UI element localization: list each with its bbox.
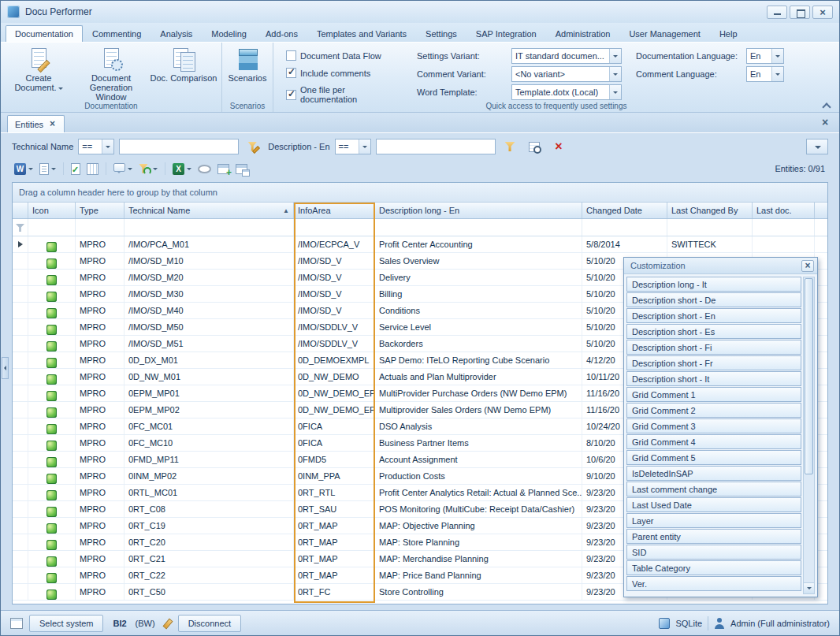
group-by-area[interactable]: Drag a column header here to group by th… [13,183,827,203]
system-list-icon[interactable] [10,618,23,629]
menu-tab[interactable]: Analysis [151,25,202,42]
left-panel-splitter[interactable] [2,357,9,379]
table-window-button[interactable] [233,160,250,177]
checkbox[interactable] [286,90,296,100]
checkbox[interactable] [286,50,296,61]
description-operator-select[interactable]: == [335,139,371,154]
customization-item[interactable]: Grid Comment 3 [626,418,801,433]
chevron-down-icon[interactable] [359,139,370,154]
word-template-select[interactable]: Template.dotx (Local) [511,84,622,100]
header-icon[interactable]: Icon [28,203,76,218]
menu-tab[interactable]: Help [710,25,747,42]
filter-cell-last-changed-by[interactable] [667,219,753,236]
export-excel-button[interactable] [170,160,194,177]
filter-cell-infoarea[interactable] [294,219,375,236]
chevron-down-icon[interactable] [609,85,621,99]
customization-scrollbar[interactable] [803,277,815,594]
customization-item[interactable]: Description short - Fi [626,340,801,355]
settings-variant-select[interactable]: IT standard documen... [511,48,622,64]
customization-item[interactable]: Last Used Date [626,497,801,512]
filter-cell-description[interactable] [375,219,582,236]
header-type[interactable]: Type [76,203,125,218]
menu-tab[interactable]: Modeling [202,25,256,42]
customization-item[interactable]: Description short - Es [626,324,801,339]
chevron-down-icon[interactable] [771,49,783,63]
technical-name-filter-input[interactable] [119,139,239,154]
documentation-language-select[interactable]: En [746,48,784,64]
export-word-button[interactable] [12,160,35,177]
edit-system-icon[interactable] [162,618,172,629]
customization-item[interactable]: Layer [626,513,801,528]
customization-item[interactable]: Parent entity [626,529,801,544]
chevron-down-icon[interactable] [609,67,621,81]
comment-language-select[interactable]: En [746,66,784,82]
customization-item[interactable]: Grid Comment 1 [626,387,801,402]
menu-tab[interactable]: SAP Integration [466,25,546,42]
header-last-doc[interactable]: Last doc. [753,203,815,218]
apply-description-filter-button[interactable] [500,138,520,155]
tab-entities[interactable]: Entities [7,115,65,132]
menu-tab[interactable]: Commenting [83,25,151,42]
tabstrip-close-icon[interactable] [821,117,831,128]
filter-cell-technical-name[interactable] [125,219,294,236]
chevron-down-icon[interactable] [102,139,113,154]
customization-item[interactable]: Description short - Fr [626,355,801,370]
apply-technical-name-filter-button[interactable] [243,138,263,155]
collapse-ribbon-button[interactable] [819,101,834,110]
menu-tab[interactable]: Documentation [6,25,83,42]
customization-item[interactable]: SID [626,545,801,560]
filter-cell-type[interactable] [76,219,125,236]
header-infoarea[interactable]: InfoArea [294,203,375,218]
customization-item[interactable]: Description short - De [626,292,801,307]
checkbox[interactable] [286,68,296,78]
create-document-button[interactable]: Create Document. [2,43,75,102]
header-technical-name[interactable]: ▲Technical Name [125,203,294,218]
clear-filter-button[interactable] [549,138,569,155]
validate-button[interactable] [69,160,83,177]
menu-tab[interactable]: Administration [546,25,620,42]
minimize-button[interactable] [767,6,787,19]
disconnect-button[interactable]: Disconnect [178,615,241,632]
checkbox-row[interactable]: Document Data Flow [286,50,404,61]
filter-cell-changed-date[interactable] [582,219,667,236]
scrollbar-down-arrow[interactable] [804,582,814,593]
menu-tab[interactable]: User Management [619,25,710,42]
filter-cell-icon[interactable] [28,219,76,236]
table-row[interactable]: MPRO /IMO/PCA_M01 /IMO/ECPCA_V Profit Ce… [13,236,827,253]
filter-options-dropdown[interactable] [806,139,828,154]
column-chooser-button[interactable] [84,160,101,177]
header-changed-date[interactable]: Changed Date [582,203,667,218]
header-last-changed-by[interactable]: Last Changed By [667,203,753,218]
customization-item[interactable]: Description short - It [626,371,801,386]
chevron-down-icon[interactable] [771,67,783,81]
comment-variant-select[interactable]: <No variant> [511,66,622,82]
customization-title-bar[interactable]: Customization [624,258,817,274]
tab-close-icon[interactable] [49,120,57,129]
refresh-filter-button[interactable] [136,160,160,177]
select-system-button[interactable]: Select system [29,615,103,632]
scrollbar-thumb[interactable] [805,278,813,474]
preview-button[interactable] [195,160,214,177]
technical-name-operator-select[interactable]: == [78,139,114,154]
add-table-button[interactable] [215,160,232,177]
customization-item[interactable]: Grid Comment 4 [626,434,801,449]
customization-item[interactable]: Grid Comment 5 [626,450,801,465]
scenarios-button[interactable]: Scenarios [224,43,271,102]
menu-tab[interactable]: Templates and Variants [307,25,416,42]
checkbox-row[interactable]: Include comments [286,68,404,78]
description-filter-input[interactable] [376,139,496,154]
header-description-long-en[interactable]: Description long - En [375,203,582,218]
grid-search-button[interactable] [525,138,545,155]
doc-comparison-button[interactable]: Doc. Comparison [147,43,220,102]
customization-item[interactable]: IsDeletedInSAP [626,466,801,481]
customization-item[interactable]: Last comment change [626,482,801,497]
maximize-button[interactable] [790,6,810,19]
document-generation-window-button[interactable]: Document Generation Window [75,43,147,102]
menu-tab[interactable]: Add-ons [256,25,307,42]
comments-button[interactable] [111,160,135,177]
filter-cell-last-doc[interactable] [753,219,815,236]
customization-item[interactable]: Grid Comment 2 [626,403,801,418]
customization-item[interactable]: Table Category [626,560,801,575]
customization-item[interactable]: Description short - En [626,308,801,323]
customization-item[interactable]: Ver. [626,576,801,591]
